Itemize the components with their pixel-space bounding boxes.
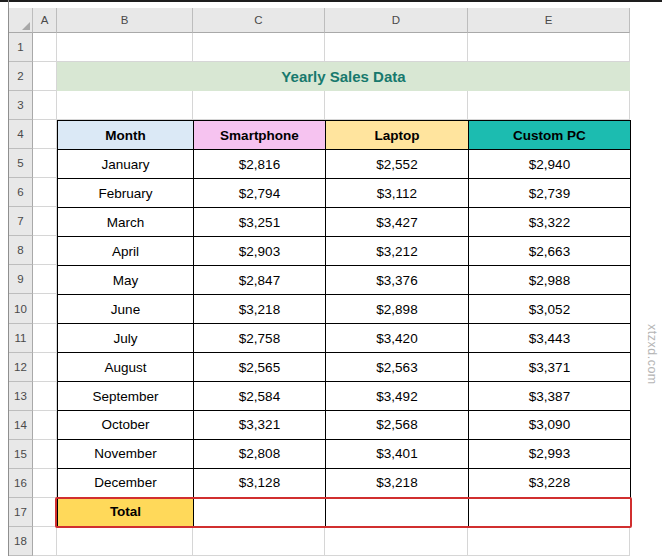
value-cell[interactable]: $2,903 [194,237,326,266]
grid-cell[interactable] [33,353,57,382]
row-header-12[interactable]: 12 [9,353,33,382]
grid-cell[interactable] [33,294,57,323]
grid-cell[interactable] [193,527,325,556]
row-header-16[interactable]: 16 [9,469,33,498]
total-label-cell[interactable]: Total [58,497,194,526]
grid-cell[interactable] [57,527,193,556]
value-cell[interactable]: $3,427 [326,208,469,237]
table-header-month[interactable]: Month [58,121,194,150]
grid-cell[interactable] [33,440,57,469]
total-empty-cell[interactable] [194,497,326,526]
total-empty-cell[interactable] [469,497,631,526]
grid-cell[interactable] [468,33,630,62]
month-cell[interactable]: April [58,237,194,266]
month-cell[interactable]: November [58,439,194,468]
grid-cell[interactable] [33,149,57,178]
row-header-6[interactable]: 6 [9,178,33,207]
grid-cell[interactable] [33,265,57,294]
grid-cell[interactable] [57,33,193,62]
row-header-14[interactable]: 14 [9,411,33,440]
month-cell[interactable]: August [58,353,194,382]
row-header-18[interactable]: 18 [9,527,33,556]
column-header-e[interactable]: E [468,8,630,33]
value-cell[interactable]: $3,218 [326,468,469,497]
title-cell[interactable]: Yearly Sales Data [57,62,630,91]
value-cell[interactable]: $2,808 [194,439,326,468]
value-cell[interactable]: $2,816 [194,150,326,179]
value-cell[interactable]: $3,387 [469,382,631,411]
row-header-9[interactable]: 9 [9,265,33,294]
month-cell[interactable]: September [58,382,194,411]
value-cell[interactable]: $2,898 [326,295,469,324]
column-header-c[interactable]: C [193,8,325,33]
value-cell[interactable]: $3,212 [326,237,469,266]
grid-cell[interactable] [33,33,57,62]
grid-cell[interactable] [325,527,468,556]
grid-cell[interactable] [33,207,57,236]
grid-cell[interactable] [468,91,630,120]
grid-cell[interactable] [325,33,468,62]
value-cell[interactable]: $2,584 [194,382,326,411]
grid-cell[interactable] [33,469,57,498]
grid-cell[interactable] [33,498,57,527]
value-cell[interactable]: $3,401 [326,439,469,468]
row-header-7[interactable]: 7 [9,207,33,236]
value-cell[interactable]: $2,758 [194,324,326,353]
value-cell[interactable]: $3,218 [194,295,326,324]
row-header-17[interactable]: 17 [9,498,33,527]
month-cell[interactable]: May [58,266,194,295]
value-cell[interactable]: $2,988 [469,266,631,295]
month-cell[interactable]: October [58,411,194,440]
grid-cell[interactable] [193,91,325,120]
value-cell[interactable]: $2,565 [194,353,326,382]
value-cell[interactable]: $2,847 [194,266,326,295]
value-cell[interactable]: $3,321 [194,411,326,440]
grid-cell[interactable] [33,324,57,353]
row-header-5[interactable]: 5 [9,149,33,178]
grid-cell[interactable] [325,91,468,120]
month-cell[interactable]: December [58,468,194,497]
month-cell[interactable]: January [58,150,194,179]
grid-cell[interactable] [33,178,57,207]
grid-cell[interactable] [33,411,57,440]
total-empty-cell[interactable] [326,497,469,526]
month-cell[interactable]: February [58,179,194,208]
value-cell[interactable]: $3,322 [469,208,631,237]
value-cell[interactable]: $3,090 [469,411,631,440]
grid-cell[interactable] [33,236,57,265]
row-header-3[interactable]: 3 [9,91,33,120]
month-cell[interactable]: June [58,295,194,324]
grid-cell[interactable] [468,527,630,556]
column-header-a[interactable]: A [33,8,57,33]
value-cell[interactable]: $2,663 [469,237,631,266]
value-cell[interactable]: $3,443 [469,324,631,353]
row-header-4[interactable]: 4 [9,120,33,149]
month-cell[interactable]: March [58,208,194,237]
select-all-corner[interactable] [9,8,33,33]
table-header-laptop[interactable]: Laptop [326,121,469,150]
row-header-10[interactable]: 10 [9,294,33,323]
grid-cell[interactable] [33,62,57,91]
row-header-15[interactable]: 15 [9,440,33,469]
value-cell[interactable]: $2,563 [326,353,469,382]
value-cell[interactable]: $2,739 [469,179,631,208]
grid-cell[interactable] [193,33,325,62]
row-header-13[interactable]: 13 [9,382,33,411]
value-cell[interactable]: $2,940 [469,150,631,179]
value-cell[interactable]: $3,228 [469,468,631,497]
grid-cell[interactable] [33,527,57,556]
table-header-smartphone[interactable]: Smartphone [194,121,326,150]
value-cell[interactable]: $3,492 [326,382,469,411]
grid-cell[interactable] [33,382,57,411]
value-cell[interactable]: $3,371 [469,353,631,382]
column-header-d[interactable]: D [325,8,468,33]
row-header-1[interactable]: 1 [9,33,33,62]
row-header-11[interactable]: 11 [9,324,33,353]
grid-cell[interactable] [57,91,193,120]
value-cell[interactable]: $3,128 [194,468,326,497]
value-cell[interactable]: $3,251 [194,208,326,237]
value-cell[interactable]: $3,112 [326,179,469,208]
row-header-2[interactable]: 2 [9,62,33,91]
value-cell[interactable]: $3,376 [326,266,469,295]
grid-cell[interactable] [33,91,57,120]
